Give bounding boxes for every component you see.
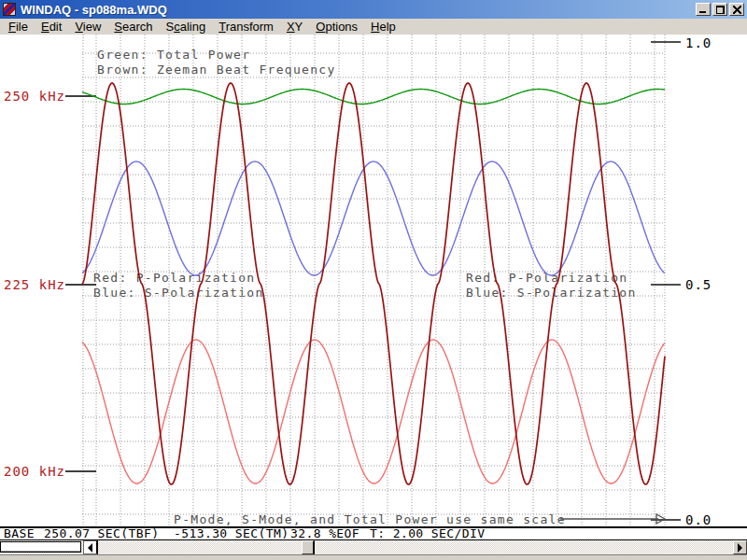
scale-note-arrow-icon [560, 514, 665, 524]
menu-bar: FileEditViewSearchScalingTransformXYOpti… [0, 19, 747, 35]
right-tick-0-5: 0.5 [685, 277, 712, 292]
minimize-icon [699, 11, 706, 13]
menu-item-view[interactable]: View [68, 19, 107, 35]
menu-item-scaling[interactable]: Scaling [160, 19, 213, 35]
right-arrow-icon [738, 543, 742, 553]
right-tick-0-0: 0.0 [685, 512, 712, 527]
menu-item-options[interactable]: Options [309, 19, 364, 35]
menu-item-help[interactable]: Help [364, 19, 402, 35]
restore-icon [716, 6, 725, 14]
title-bar: WINDAQ - sp088ma.WDQ [0, 0, 747, 19]
series-total-power [82, 90, 665, 105]
status-time-from-marker: -513.30 SEC(TM) [174, 528, 289, 539]
left-tick-200khz: 200 kHz [4, 464, 65, 479]
label-s-polarization-left: Blue: S-Polarization [93, 286, 264, 301]
label-p-polarization-right: Red: P-Polarization [466, 271, 627, 286]
scroll-track[interactable] [100, 540, 732, 554]
left-tick-225khz: 225 kHz [4, 277, 65, 292]
menu-item-transform[interactable]: Transform [212, 19, 280, 35]
windaq-logo-icon [3, 3, 16, 16]
status-time-per-division: T: 2.00 SEC/DIV [370, 528, 485, 539]
left-tick-250khz: 250 kHz [4, 89, 65, 104]
status-percent-eof: 32.8 %EOF [290, 528, 359, 539]
close-button[interactable] [729, 3, 744, 16]
series-p-polarization [82, 340, 665, 483]
menu-item-file[interactable]: File [2, 19, 35, 35]
label-p-polarization-left: Red: P-Polarization [93, 271, 255, 286]
left-arrow-icon [88, 543, 92, 553]
pan-box[interactable] [0, 541, 81, 553]
status-bar: BASE 250.07 SEC(TBF) -513.30 SEC(TM) 32.… [0, 527, 747, 540]
menu-item-edit[interactable]: Edit [35, 19, 68, 35]
close-icon [733, 6, 741, 14]
right-tick-1-0: 1.0 [685, 35, 712, 50]
legend-total-power: Green: Total Power [97, 48, 250, 63]
window-controls [696, 3, 744, 16]
menu-item-xy[interactable]: XY [280, 19, 309, 35]
scroll-thumb[interactable] [302, 540, 315, 554]
minimize-button[interactable] [696, 3, 711, 16]
scroll-left-button[interactable] [83, 540, 98, 554]
scroll-right-button[interactable] [733, 540, 747, 554]
label-s-polarization-right: Blue: S-Polarization [466, 286, 637, 301]
bottom-strip [0, 554, 747, 560]
status-time-from-beginning: 250.07 SEC(TBF) [44, 528, 159, 539]
status-mode: BASE [4, 528, 35, 539]
app-window: WINDAQ - sp088ma.WDQ FileEditViewSearchS… [0, 0, 747, 560]
horizontal-scrollbar[interactable] [0, 540, 747, 554]
window-title: WINDAQ - sp088ma.WDQ [21, 3, 696, 17]
restore-button[interactable] [712, 3, 727, 16]
menu-item-search[interactable]: Search [107, 19, 159, 35]
scale-note: P-Mode, S-Mode, and Total Power use same… [174, 512, 566, 527]
chart-area[interactable]: Green: Total Power Brown: Zeeman Beat Fr… [0, 35, 747, 527]
legend-zeeman-beat: Brown: Zeeman Beat Frequency [97, 63, 336, 77]
series-s-polarization [82, 161, 665, 275]
